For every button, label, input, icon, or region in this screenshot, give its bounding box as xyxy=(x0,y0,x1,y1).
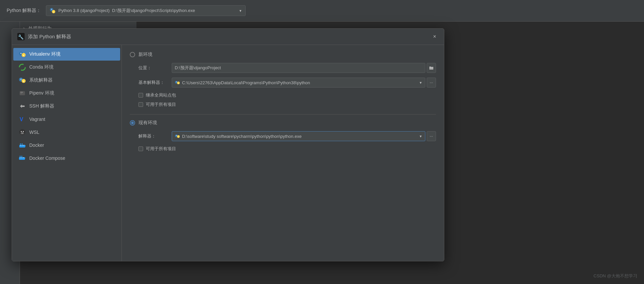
svg-point-10 xyxy=(19,64,25,70)
svg-point-13 xyxy=(21,79,22,80)
sidebar-item-conda[interactable]: Conda 环境 xyxy=(13,61,120,74)
wsl-label: WSL xyxy=(29,130,39,135)
vagrant-label: Vagrant xyxy=(29,117,45,122)
dialog-body: Virtualenv 环境 Conda 环境 xyxy=(12,45,444,261)
svg-rect-34 xyxy=(20,157,21,158)
available-all-label: 可用于所有项目 xyxy=(146,102,176,108)
available-all-row-2: 可用于所有项目 xyxy=(138,146,436,152)
base-interpreter-browse-button[interactable]: ··· xyxy=(427,78,436,88)
svg-point-2 xyxy=(51,9,52,10)
docker-label: Docker xyxy=(29,142,44,148)
inherit-site-row: 继承全局站点包 xyxy=(138,92,436,98)
existing-env-option[interactable]: 现有环境 xyxy=(130,120,436,126)
location-input[interactable]: D:\预开题\djangoProject xyxy=(172,63,425,73)
system-label: 系统解释器 xyxy=(29,77,53,83)
existing-env-label: 现有环境 xyxy=(138,120,157,126)
base-interpreter-input-group: C:\Users\22763\AppData\Local\Programs\Py… xyxy=(172,78,436,88)
svg-text:🔧: 🔧 xyxy=(18,34,24,40)
base-interpreter-label: 基本解释器： xyxy=(138,80,172,86)
svg-point-14 xyxy=(23,81,24,82)
virtualenv-icon xyxy=(19,51,26,58)
sidebar-item-ssh[interactable]: SSH 解释器 xyxy=(13,100,120,113)
sidebar-item-vagrant[interactable]: V Vagrant xyxy=(13,113,120,126)
sidebar-item-system[interactable]: 系统解释器 xyxy=(13,74,120,87)
interpreter-python-icon xyxy=(175,134,180,139)
available-all-row: 可用于所有项目 xyxy=(138,102,436,108)
svg-rect-15 xyxy=(20,91,25,95)
folder-icon xyxy=(429,66,434,70)
section-separator xyxy=(130,114,436,115)
svg-rect-32 xyxy=(20,156,21,157)
location-input-group: D:\预开题\djangoProject xyxy=(172,63,436,73)
docker-icon xyxy=(19,142,26,149)
svg-point-3 xyxy=(53,12,54,12)
svg-rect-30 xyxy=(23,145,24,146)
sidebar-item-wsl[interactable]: WSL xyxy=(13,126,120,139)
pipenv-label: Pipenv 环境 xyxy=(29,90,54,96)
sidebar-item-pipenv[interactable]: Pipenv 环境 xyxy=(13,87,120,100)
python-interpreter-label: Python 解释器： xyxy=(7,8,41,14)
svg-point-44 xyxy=(176,135,177,136)
available-all-checkbox-2[interactable] xyxy=(138,146,143,151)
svg-point-24 xyxy=(23,131,24,132)
interpreter-browse-button[interactable]: ··· xyxy=(427,131,436,141)
svg-rect-36 xyxy=(23,157,24,158)
dialog-content: 新环境 位置： D:\预开题\djangoProject xyxy=(122,45,444,261)
inherit-site-label: 继承全局站点包 xyxy=(146,92,176,98)
python-icon xyxy=(50,8,56,14)
available-all-label-2: 可用于所有项目 xyxy=(146,146,176,152)
new-env-radio[interactable] xyxy=(130,52,135,57)
conda-label: Conda 环境 xyxy=(29,64,54,70)
pipenv-icon xyxy=(19,90,26,97)
location-label: 位置： xyxy=(138,65,172,71)
vagrant-icon: V xyxy=(19,116,26,123)
svg-rect-27 xyxy=(22,143,23,144)
add-interpreter-dialog: 🔧 添加 Python 解释器 × Virtualenv 环境 xyxy=(12,28,444,261)
interpreter-input-group: D:\software\study software\pycharm\pytho… xyxy=(172,131,436,141)
location-row: 位置： D:\预开题\djangoProject xyxy=(138,63,436,73)
docker-compose-icon xyxy=(19,154,26,162)
new-env-option[interactable]: 新环境 xyxy=(130,52,436,58)
interpreter-chevron-icon: ▼ xyxy=(419,135,422,138)
dialog-title: 添加 Python 解释器 xyxy=(28,34,431,40)
top-bar: Python 解释器： Python 3.8 (djangoProject) D… xyxy=(0,0,644,22)
pycharm-icon: 🔧 xyxy=(17,33,25,40)
ssh-label: SSH 解释器 xyxy=(29,103,54,109)
svg-point-22 xyxy=(20,133,24,135)
svg-marker-18 xyxy=(20,105,22,108)
system-interpreter-icon xyxy=(19,77,26,84)
close-button[interactable]: × xyxy=(431,33,439,41)
dialog-title-bar: 🔧 添加 Python 解释器 × xyxy=(12,29,444,45)
svg-rect-19 xyxy=(22,106,25,107)
location-browse-button[interactable] xyxy=(427,63,436,73)
python-dropdown-icon xyxy=(175,80,180,85)
base-interpreter-row: 基本解释器： C:\Users\22763\AppData\Local\Prog… xyxy=(138,78,436,88)
inherit-site-checkbox[interactable] xyxy=(138,93,143,98)
svg-rect-37 xyxy=(429,67,433,70)
existing-env-radio[interactable] xyxy=(130,120,135,126)
svg-rect-33 xyxy=(21,156,22,157)
sidebar-item-docker[interactable]: Docker xyxy=(13,139,120,151)
interpreter-dropdown-text: Python 3.8 (djangoProject) D:\预开题\django… xyxy=(58,8,235,14)
svg-rect-28 xyxy=(20,145,21,146)
base-interpreter-value: C:\Users\22763\AppData\Local\Programs\Py… xyxy=(182,80,417,85)
interpreter-row: 解释器： D:\software\study software\pycharm\… xyxy=(138,131,436,141)
sidebar-item-docker-compose[interactable]: Docker Compose xyxy=(13,152,120,164)
conda-icon xyxy=(19,64,26,71)
available-all-checkbox[interactable] xyxy=(138,102,143,107)
interpreter-dropdown[interactable]: D:\software\study software\pycharm\pytho… xyxy=(172,131,425,141)
python-interpreter-dropdown[interactable]: Python 3.8 (djangoProject) D:\预开题\django… xyxy=(46,5,246,16)
svg-rect-35 xyxy=(21,157,22,158)
docker-compose-label: Docker Compose xyxy=(29,155,65,161)
dropdown-chevron-icon: ▼ xyxy=(239,9,242,13)
svg-rect-29 xyxy=(22,145,23,146)
watermark: CSDN @大炮不想学习 xyxy=(593,273,637,279)
wsl-icon xyxy=(19,129,26,136)
sidebar-item-virtualenv[interactable]: Virtualenv 环境 xyxy=(13,48,120,61)
ssh-icon xyxy=(19,103,26,110)
base-interpreter-chevron-icon: ▼ xyxy=(419,81,422,85)
base-interpreter-dropdown[interactable]: C:\Users\22763\AppData\Local\Programs\Py… xyxy=(172,78,425,88)
dialog-nav: Virtualenv 环境 Conda 环境 xyxy=(12,45,122,261)
svg-rect-26 xyxy=(20,143,21,144)
svg-point-9 xyxy=(23,55,24,56)
